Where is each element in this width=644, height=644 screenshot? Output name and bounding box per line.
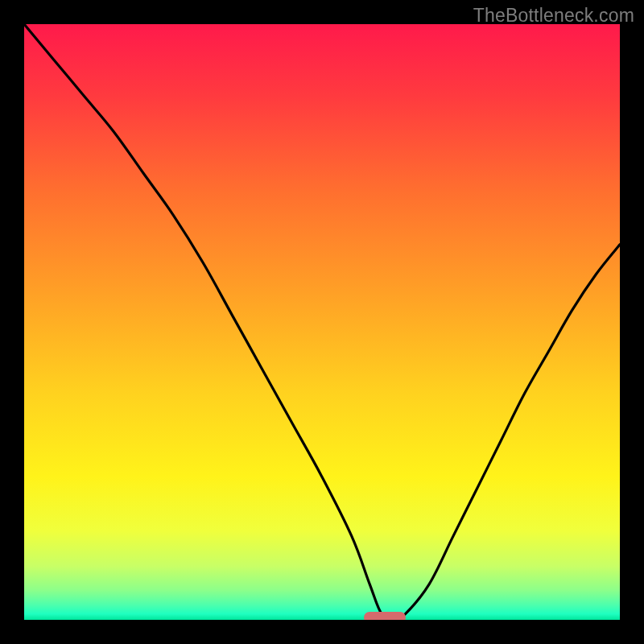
watermark-text: TheBottleneck.com <box>473 5 634 27</box>
plot-area <box>24 24 620 620</box>
bottleneck-curve <box>24 24 620 620</box>
optimal-range-marker <box>364 612 406 620</box>
chart-frame: TheBottleneck.com <box>0 0 644 644</box>
